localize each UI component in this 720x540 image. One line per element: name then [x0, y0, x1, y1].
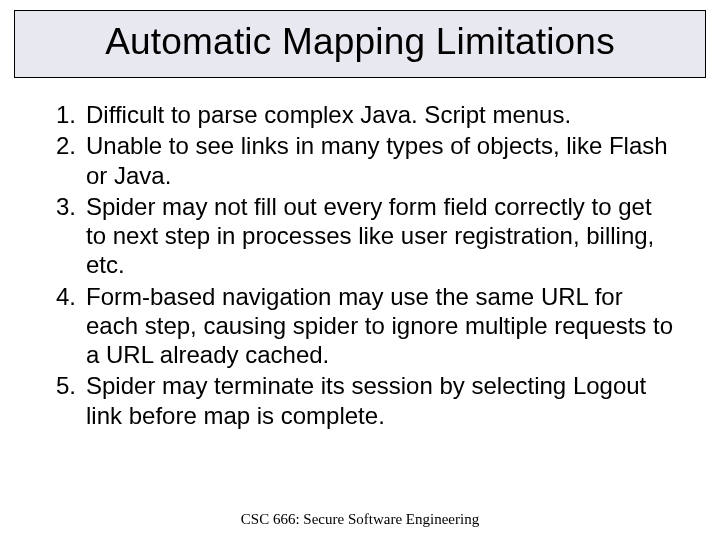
title-box: Automatic Mapping Limitations: [14, 10, 706, 78]
slide-footer: CSC 666: Secure Software Engineering: [0, 511, 720, 528]
slide-title: Automatic Mapping Limitations: [23, 21, 697, 63]
limitations-list: Difficult to parse complex Java. Script …: [42, 100, 678, 430]
list-item: Form-based navigation may use the same U…: [42, 282, 678, 370]
list-item: Unable to see links in many types of obj…: [42, 131, 678, 190]
list-item: Spider may terminate its session by sele…: [42, 371, 678, 430]
list-item: Spider may not fill out every form field…: [42, 192, 678, 280]
list-item: Difficult to parse complex Java. Script …: [42, 100, 678, 129]
